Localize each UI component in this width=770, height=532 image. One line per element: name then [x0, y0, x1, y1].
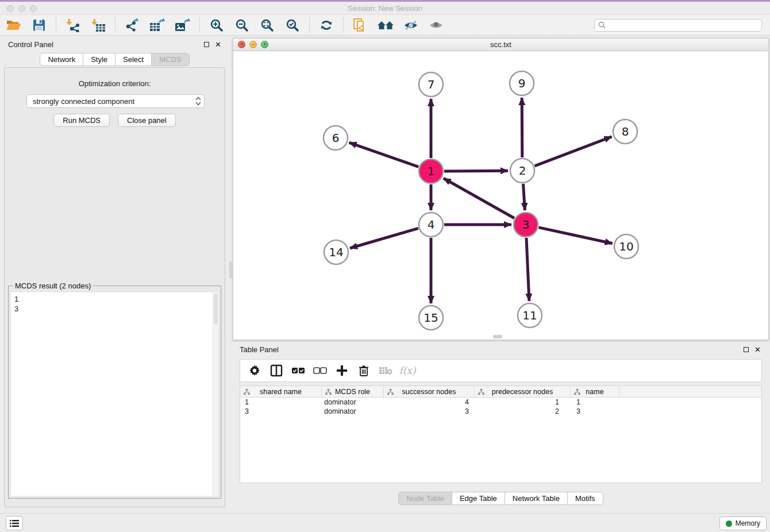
attribute-tree-icon — [325, 389, 332, 395]
svg-text:2: 2 — [519, 164, 526, 178]
table-cell[interactable]: dominator — [322, 407, 384, 416]
new-network-from-selection-button[interactable] — [348, 16, 373, 34]
node-4[interactable]: 4 — [419, 213, 443, 237]
network-close-button[interactable]: ✕ — [238, 41, 245, 48]
add-column-button[interactable] — [332, 361, 352, 380]
table-row[interactable]: 3dominator323 — [240, 407, 761, 416]
network-canvas[interactable]: 7968124314101511 — [233, 52, 768, 340]
export-image-icon — [175, 18, 191, 32]
node-11[interactable]: 11 — [518, 303, 542, 327]
column-header-shared-name[interactable]: shared name — [240, 386, 322, 397]
table-cell[interactable]: 2 — [475, 407, 571, 416]
node-7[interactable]: 7 — [419, 72, 443, 97]
zoom-in-button[interactable] — [204, 16, 229, 34]
close-panel-button[interactable]: Close panel — [118, 114, 176, 127]
result-scrollbar-thumb[interactable] — [214, 294, 218, 325]
node-10[interactable]: 10 — [614, 234, 638, 259]
zoom-fit-icon — [260, 18, 274, 32]
delete-column-button[interactable] — [354, 361, 374, 380]
tab-mcds[interactable]: MCDS — [151, 53, 189, 66]
table-tab-edge-table[interactable]: Edge Table — [452, 492, 505, 505]
table-cell[interactable]: 1 — [240, 398, 322, 407]
result-scrollbar[interactable] — [213, 292, 218, 496]
table-cell[interactable]: dominator — [322, 398, 384, 407]
table-row[interactable]: 1dominator411 — [240, 398, 761, 407]
edge-1-2[interactable] — [444, 171, 508, 171]
select-all-rows-button[interactable] — [288, 361, 308, 380]
zoom-selected-button[interactable] — [280, 16, 305, 34]
table-tab-motifs[interactable]: Motifs — [567, 492, 603, 505]
import-table-button[interactable] — [86, 16, 111, 34]
edge-3-10[interactable] — [539, 228, 613, 244]
table-cell[interactable]: 1 — [571, 398, 619, 407]
column-header-successor-nodes[interactable]: successor nodes — [384, 386, 475, 397]
app-close-button[interactable] — [7, 5, 14, 12]
hide-selected-button[interactable] — [398, 16, 424, 34]
export-image-button[interactable] — [170, 16, 195, 34]
search-input[interactable] — [609, 21, 758, 30]
memory-button[interactable]: Memory — [719, 516, 767, 530]
node-6[interactable]: 6 — [324, 126, 348, 150]
import-network-button[interactable] — [60, 16, 86, 34]
table-tab-network-table[interactable]: Network Table — [505, 492, 568, 505]
pane-resize-grip[interactable] — [493, 335, 502, 338]
search-box[interactable] — [594, 19, 762, 32]
tab-network[interactable]: Network — [40, 53, 83, 66]
node-15[interactable]: 15 — [419, 306, 443, 330]
table-panel-close-button[interactable]: ✕ — [754, 346, 761, 353]
node-9[interactable]: 9 — [510, 71, 534, 95]
node-8[interactable]: 8 — [613, 119, 637, 144]
run-mcds-button[interactable]: Run MCDS — [53, 114, 110, 127]
save-session-button[interactable] — [26, 16, 52, 34]
column-header-mcds-role[interactable]: MCDS role — [322, 386, 384, 397]
network-maximize-button[interactable]: + — [261, 41, 268, 48]
table-cell[interactable]: 3 — [240, 407, 322, 416]
column-header-predecessor-nodes[interactable]: predecessor nodes — [475, 386, 571, 397]
control-panel-float-button[interactable] — [204, 40, 209, 49]
delete-table-button[interactable] — [376, 361, 395, 380]
edge-4-14[interactable] — [350, 228, 418, 248]
table-cell[interactable]: 1 — [475, 398, 571, 407]
show-columns-button[interactable] — [267, 361, 286, 380]
tab-select[interactable]: Select — [115, 53, 152, 66]
edge-1-6[interactable] — [349, 142, 419, 167]
node-1[interactable]: 1 — [419, 159, 443, 183]
open-session-button[interactable] — [1, 16, 26, 34]
export-table-button[interactable] — [145, 16, 170, 34]
node-14[interactable]: 14 — [324, 240, 348, 264]
tab-style[interactable]: Style — [83, 53, 116, 66]
zoom-out-button[interactable] — [229, 16, 255, 34]
network-minimize-button[interactable]: − — [249, 41, 257, 48]
edge-3-1[interactable] — [444, 178, 514, 218]
table-cell[interactable]: 3 — [571, 407, 619, 416]
table-panel-float-button[interactable] — [744, 345, 749, 354]
node-3[interactable]: 3 — [514, 213, 538, 237]
table-cell[interactable]: 3 — [384, 407, 475, 416]
first-neighbors-button[interactable] — [373, 16, 398, 34]
control-panel-close-button[interactable]: ✕ — [215, 41, 221, 48]
refresh-layout-button[interactable] — [314, 16, 339, 34]
mcds-result-area[interactable]: 13 — [11, 292, 218, 496]
node-2[interactable]: 2 — [510, 159, 534, 183]
toolbar-separator — [199, 18, 200, 33]
column-header-name[interactable]: name — [571, 386, 619, 397]
network-window-titlebar[interactable]: ✕ − + scc.txt — [233, 38, 768, 51]
edge-2-8[interactable] — [535, 137, 612, 166]
app-minimize-button[interactable] — [18, 5, 25, 12]
task-history-button[interactable] — [6, 516, 23, 530]
export-network-button[interactable] — [120, 16, 145, 34]
app-maximize-button[interactable] — [30, 5, 37, 12]
table-settings-button[interactable] — [245, 361, 264, 380]
zoom-fit-button[interactable] — [255, 16, 280, 34]
table-tab-node-table[interactable]: Node Table — [398, 492, 452, 505]
toolbar-separator — [309, 18, 310, 33]
table-cell[interactable]: 4 — [384, 398, 475, 407]
split-divider-grip[interactable] — [229, 261, 232, 279]
deselect-all-rows-button[interactable] — [310, 361, 330, 380]
edge-2-9[interactable] — [522, 98, 522, 157]
edge-3-11[interactable] — [526, 238, 529, 301]
apply-function-button[interactable]: f(x) — [398, 361, 417, 380]
show-all-button[interactable] — [424, 16, 449, 34]
optimization-criterion-select[interactable]: strongly connected component — [26, 94, 205, 108]
edge-2-3[interactable] — [523, 184, 525, 210]
